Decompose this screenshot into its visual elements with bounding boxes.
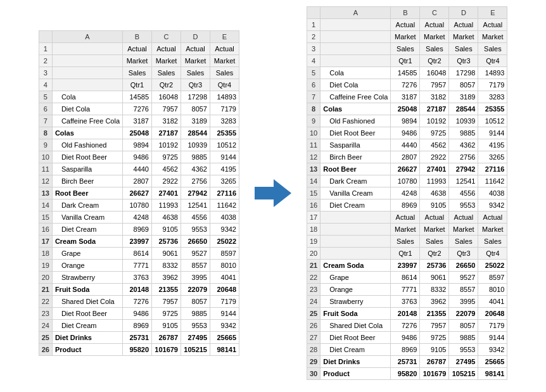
table-cell: Qtr3 bbox=[449, 55, 478, 67]
row-number: 11 bbox=[307, 139, 321, 151]
table-row: 9Old Fashioned9894101921093910512 bbox=[39, 139, 239, 151]
table-cell: Caffeine Free Cola bbox=[321, 91, 391, 103]
table-cell: 14585 bbox=[123, 91, 152, 103]
table-cell: 27116 bbox=[478, 163, 507, 175]
table-cell: Dark Cream bbox=[52, 199, 122, 212]
row-number: 9 bbox=[307, 115, 321, 127]
table-cell: 8010 bbox=[478, 284, 507, 296]
table-cell: 22079 bbox=[449, 308, 478, 320]
table-row: 21Fruit Soda20148213552207920648 bbox=[39, 284, 239, 296]
table-cell: 22079 bbox=[181, 284, 210, 296]
col-c-header: C bbox=[152, 31, 181, 43]
table-row: 10Diet Root Beer9486972598859144 bbox=[39, 151, 239, 163]
table-cell: Qtr4 bbox=[478, 55, 507, 67]
right-table: A B C D E 1ActualActualActualActual2Mark… bbox=[307, 6, 507, 380]
table-cell: Grape bbox=[321, 272, 391, 284]
table-cell: 8614 bbox=[391, 272, 420, 284]
table-cell: 9725 bbox=[420, 127, 449, 139]
table-cell: Caffeine Free Cola bbox=[52, 115, 122, 127]
table-cell: 21355 bbox=[420, 308, 449, 320]
table-row: 8Colas25048271872854425355 bbox=[307, 103, 507, 115]
table-cell bbox=[321, 212, 391, 224]
table-cell: Market bbox=[449, 224, 478, 236]
table-cell: Qtr1 bbox=[391, 248, 420, 260]
table-cell: 21355 bbox=[152, 284, 181, 296]
table-cell: Root Beer bbox=[52, 187, 122, 199]
table-cell: Sales bbox=[478, 43, 507, 55]
right-col-d-header: D bbox=[449, 7, 478, 19]
table-cell: Colas bbox=[321, 103, 391, 115]
table-row: 5Cola14585160481729814893 bbox=[307, 67, 507, 79]
table-cell: 7957 bbox=[152, 103, 181, 115]
table-cell: 9553 bbox=[181, 320, 210, 332]
table-cell: 4556 bbox=[181, 212, 210, 224]
row-number: 17 bbox=[307, 212, 321, 224]
table-cell: 10512 bbox=[478, 115, 507, 127]
table-cell: 9725 bbox=[152, 308, 181, 320]
table-cell: 3189 bbox=[181, 115, 210, 127]
table-cell: 20148 bbox=[391, 308, 420, 320]
table-cell: 3265 bbox=[210, 175, 239, 187]
table-cell bbox=[321, 19, 391, 31]
table-cell: 2807 bbox=[123, 175, 152, 187]
table-cell: Diet Root Beer bbox=[52, 151, 122, 163]
table-cell: Sales bbox=[391, 236, 420, 248]
row-number: 1 bbox=[39, 43, 52, 55]
table-row: 13Root Beer26627274012794227116 bbox=[39, 187, 239, 199]
table-cell: Qtr2 bbox=[420, 55, 449, 67]
table-cell: 9105 bbox=[152, 224, 181, 236]
table-cell: Orange bbox=[321, 284, 391, 296]
table-cell: Actual bbox=[391, 19, 420, 31]
table-cell: Cola bbox=[52, 91, 122, 103]
row-number: 4 bbox=[39, 79, 52, 91]
col-d-header: D bbox=[181, 31, 210, 43]
table-cell: 25355 bbox=[478, 103, 507, 115]
table-cell: 9885 bbox=[181, 308, 210, 320]
row-number: 5 bbox=[39, 91, 52, 103]
table-row: 25Diet Drinks25731267872749525665 bbox=[39, 332, 239, 344]
table-cell: 4562 bbox=[152, 163, 181, 175]
table-cell: 4248 bbox=[123, 212, 152, 224]
table-cell: 28544 bbox=[181, 127, 210, 139]
table-cell: 105215 bbox=[181, 344, 210, 356]
table-cell: 27495 bbox=[181, 332, 210, 344]
table-row: 19SalesSalesSalesSales bbox=[307, 236, 507, 248]
table-cell: Qtr1 bbox=[391, 55, 420, 67]
table-cell: 7771 bbox=[391, 284, 420, 296]
table-cell: Sales bbox=[449, 236, 478, 248]
row-number: 23 bbox=[39, 308, 52, 320]
table-cell: 4362 bbox=[449, 139, 478, 151]
table-row: 22Grape8614906195278597 bbox=[307, 272, 507, 284]
table-cell: Market bbox=[420, 224, 449, 236]
row-number: 3 bbox=[39, 67, 52, 79]
right-col-e-header: E bbox=[478, 7, 507, 19]
row-number: 13 bbox=[307, 163, 321, 175]
table-row: 11Sasparilla4440456243624195 bbox=[39, 163, 239, 175]
right-col-c-header: C bbox=[420, 7, 449, 19]
table-cell: 9144 bbox=[478, 332, 507, 344]
table-cell: Diet Root Beer bbox=[52, 308, 122, 320]
row-number: 7 bbox=[307, 91, 321, 103]
table-cell: 25022 bbox=[478, 260, 507, 272]
table-row: 6Diet Cola7276795780577179 bbox=[307, 79, 507, 91]
table-cell: Sales bbox=[391, 43, 420, 55]
table-cell: 8969 bbox=[123, 320, 152, 332]
table-cell: 9144 bbox=[478, 127, 507, 139]
table-cell bbox=[321, 55, 391, 67]
table-cell: 12541 bbox=[449, 175, 478, 187]
table-cell: 2922 bbox=[152, 175, 181, 187]
table-cell: Fruit Soda bbox=[52, 284, 122, 296]
table-cell: Fruit Soda bbox=[321, 308, 391, 320]
table-cell: 26787 bbox=[152, 332, 181, 344]
table-row: 10Diet Root Beer9486972598859144 bbox=[307, 127, 507, 139]
table-cell: 9725 bbox=[152, 151, 181, 163]
row-number: 12 bbox=[307, 151, 321, 163]
table-cell: Colas bbox=[52, 127, 122, 139]
table-cell: Sales bbox=[210, 67, 239, 79]
table-cell: 7276 bbox=[391, 79, 420, 91]
table-cell: Product bbox=[321, 368, 391, 380]
table-cell: 8597 bbox=[210, 248, 239, 260]
table-cell: Sasparilla bbox=[321, 139, 391, 151]
table-cell: 9105 bbox=[420, 344, 449, 356]
table-cell: 8969 bbox=[391, 344, 420, 356]
